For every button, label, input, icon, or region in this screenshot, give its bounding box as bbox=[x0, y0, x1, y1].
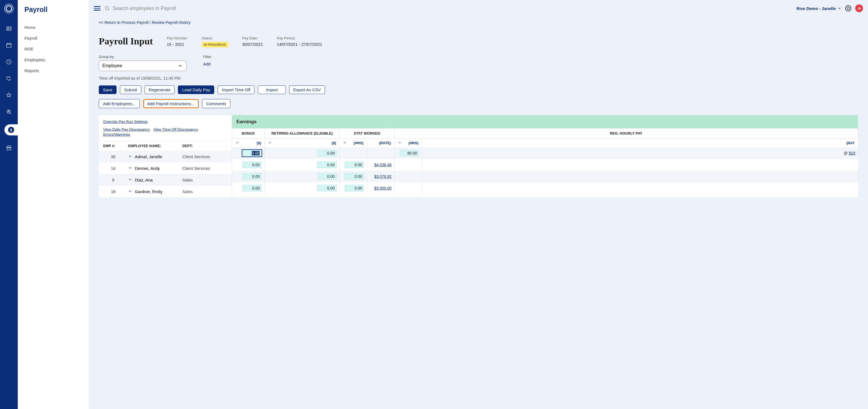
employee-name: Diaz, Ana bbox=[135, 178, 153, 182]
calendar-icon[interactable] bbox=[5, 41, 13, 50]
add-payroll-instructions-button[interactable]: Add Payroll Instructions... bbox=[143, 99, 199, 108]
breadcrumb[interactable]: << Return to Process Payroll / Review Pa… bbox=[99, 20, 191, 25]
svg-rect-0 bbox=[7, 27, 11, 31]
col-name: EMPLOYEE NAME: bbox=[128, 144, 182, 148]
stat-hrs-input[interactable]: 0.00 bbox=[345, 185, 364, 191]
retire-input[interactable]: 0.00 bbox=[317, 185, 337, 191]
company-switcher[interactable]: Rise Demo - Janelle bbox=[797, 6, 841, 11]
storefront-icon[interactable] bbox=[5, 144, 13, 152]
bonus-input[interactable]: 0.00 bbox=[242, 150, 262, 157]
pay-number-label: Pay Number: bbox=[167, 36, 188, 40]
sub-reg-hrs[interactable]: (HRS) bbox=[395, 138, 422, 147]
avatar[interactable]: JA bbox=[855, 4, 863, 12]
table-row: 14 Denner, Andy Client Services bbox=[99, 162, 232, 174]
pay-number-value: 15 - 2021 bbox=[167, 42, 188, 46]
comments-button[interactable]: Comments bbox=[202, 99, 230, 108]
help-icon[interactable] bbox=[845, 5, 851, 11]
stat-rate-link[interactable]: $3,076.92 bbox=[374, 174, 392, 179]
table-row: 9 Diaz, Ana Sales bbox=[99, 174, 232, 186]
dept: Sales bbox=[182, 178, 227, 182]
sub-retire[interactable]: ($) bbox=[265, 138, 340, 147]
sidebar: Payroll Home Payroll ROE Employees Repor… bbox=[18, 0, 89, 409]
logo-icon[interactable] bbox=[5, 5, 12, 12]
retire-input[interactable]: 0.00 bbox=[317, 150, 337, 157]
pay-period-label: Pay Period: bbox=[277, 36, 322, 40]
star-icon[interactable] bbox=[5, 91, 13, 99]
chevron-down-icon bbox=[837, 6, 841, 10]
import-button[interactable]: Import bbox=[258, 86, 286, 94]
sub-bonus[interactable]: ($) bbox=[232, 138, 265, 147]
main: Search employees in Payroll Rise Demo - … bbox=[89, 0, 868, 409]
errors-warnings-link[interactable]: Errors/Warnings bbox=[103, 132, 130, 136]
reg-rate: @ $23 bbox=[844, 151, 855, 155]
contact-card-icon[interactable] bbox=[5, 24, 13, 33]
table-row: 35 Admal, Janelle Client Services bbox=[99, 151, 232, 162]
pay-date-value: 30/07/2021 bbox=[242, 42, 263, 46]
export-csv-button[interactable]: Export As CSV bbox=[289, 86, 325, 94]
svg-point-1 bbox=[7, 28, 9, 29]
dept: Sales bbox=[182, 189, 227, 194]
filter-add-link[interactable]: Add bbox=[203, 62, 211, 66]
import-time-off-button[interactable]: Import Time Off bbox=[218, 86, 254, 94]
clock-icon[interactable] bbox=[5, 58, 13, 66]
submit-button[interactable]: Submit bbox=[120, 86, 141, 94]
daily-pay-discrepancy-link[interactable]: View Daily Pay Discrepancy bbox=[103, 127, 150, 131]
section-title[interactable]: Payroll bbox=[18, 5, 89, 13]
search-input[interactable]: Search employees in Payroll bbox=[104, 5, 793, 11]
add-employees-button[interactable]: Add Employees... bbox=[99, 99, 140, 108]
dollar-icon-active[interactable]: $ bbox=[4, 124, 18, 135]
stat-hrs-input[interactable]: 0.00 bbox=[345, 161, 364, 168]
col-reg: REG. HOURLY PAY bbox=[395, 128, 858, 138]
expand-row-icon[interactable] bbox=[128, 154, 132, 159]
group-by-value: Employee bbox=[102, 63, 122, 68]
reg-hrs-input[interactable]: 80.00 bbox=[400, 150, 419, 157]
chevron-down-icon bbox=[178, 63, 183, 68]
icon-rail: $ bbox=[0, 0, 18, 409]
sub-stat-hrs[interactable]: (HRS) bbox=[340, 138, 367, 147]
override-pay-run-link[interactable]: Override Pay Run Settings bbox=[103, 120, 148, 124]
group-by-label: Group by: bbox=[99, 55, 186, 59]
bonus-input[interactable]: 0.00 bbox=[242, 173, 262, 180]
page-title: Payroll Input bbox=[99, 36, 153, 46]
sub-stat-rate: (RATE) bbox=[367, 138, 395, 147]
status-label: Status: bbox=[202, 36, 228, 40]
stat-rate-link[interactable]: $3,000.00 bbox=[374, 186, 392, 190]
person-search-icon[interactable] bbox=[5, 108, 13, 116]
retire-input[interactable]: 0.00 bbox=[317, 161, 337, 168]
bonus-input[interactable]: 0.00 bbox=[242, 185, 262, 191]
stat-rate-link[interactable]: $4,038.46 bbox=[374, 163, 392, 167]
retire-input[interactable]: 0.00 bbox=[317, 173, 337, 180]
heart-icon[interactable] bbox=[5, 74, 13, 83]
hamburger-icon[interactable] bbox=[94, 5, 100, 12]
stat-hrs-input[interactable]: 0.00 bbox=[345, 173, 364, 180]
svg-rect-2 bbox=[7, 43, 11, 48]
table-row: 0.00 0.00 0.00 $3,000.00 bbox=[232, 182, 858, 194]
expand-row-icon[interactable] bbox=[128, 189, 132, 194]
sidebar-item-roe[interactable]: ROE bbox=[18, 43, 89, 54]
sub-reg-rate: (RAT bbox=[422, 138, 858, 147]
regenerate-button[interactable]: Regenerate bbox=[145, 86, 175, 94]
employee-name: Denner, Andy bbox=[135, 166, 160, 171]
sidebar-item-reports[interactable]: Reports bbox=[18, 65, 89, 76]
expand-row-icon[interactable] bbox=[128, 166, 132, 171]
time-off-discrepancy-link[interactable]: View Time Off Discrepancy bbox=[153, 127, 198, 131]
expand-row-icon[interactable] bbox=[128, 178, 132, 182]
sidebar-item-payroll[interactable]: Payroll bbox=[18, 33, 89, 43]
col-emp: EMP #: bbox=[103, 144, 128, 148]
payroll-table: Override Pay Run Settings View Daily Pay… bbox=[99, 115, 858, 197]
sidebar-item-employees[interactable]: Employees bbox=[18, 54, 89, 65]
save-button[interactable]: Save bbox=[99, 86, 117, 94]
col-dept: DEPT: bbox=[182, 144, 227, 148]
col-bonus: BONUS bbox=[232, 128, 265, 138]
sidebar-item-home[interactable]: Home bbox=[18, 22, 89, 33]
pay-period-value: 14/07/2021 - 27/07/2021 bbox=[277, 42, 322, 46]
group-by-select[interactable]: Employee bbox=[99, 61, 186, 71]
content: << Return to Process Payroll / Review Pa… bbox=[89, 17, 868, 207]
svg-point-5 bbox=[8, 111, 9, 112]
employee-name: Admal, Janelle bbox=[135, 154, 162, 159]
dept: Client Services bbox=[182, 166, 227, 171]
topbar: Search employees in Payroll Rise Demo - … bbox=[89, 0, 868, 17]
dept: Client Services bbox=[182, 154, 227, 159]
load-daily-pay-button[interactable]: Load Daily Pay bbox=[178, 86, 214, 94]
bonus-input[interactable]: 0.00 bbox=[242, 161, 262, 168]
